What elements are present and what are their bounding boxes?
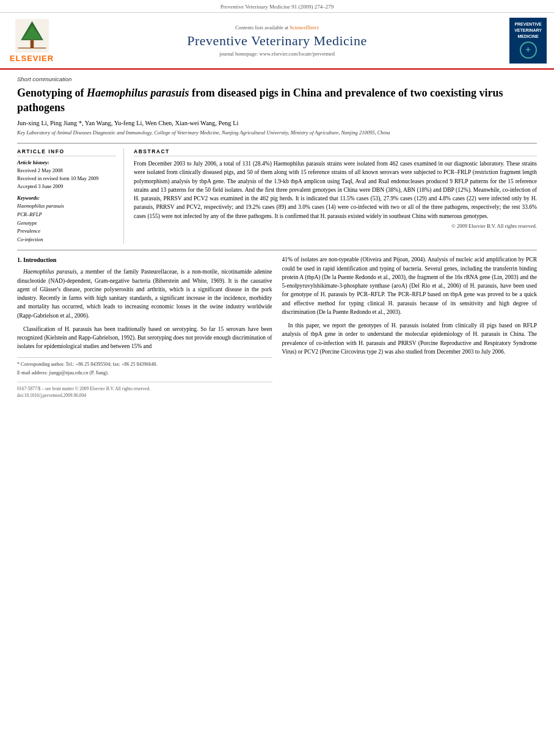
article-title: Genotyping of Haemophilus parasuis from … <box>17 86 537 115</box>
footnotes: * Corresponding author. Tel.: +86 25 843… <box>17 357 272 377</box>
accepted-date: Accepted 3 June 2009 <box>17 183 116 191</box>
authors: Jun-xing Li, Ping Jiang *, Yan Wang, Yu-… <box>17 120 537 126</box>
title-italic: Haemophilus parasuis <box>87 87 189 99</box>
copyright: © 2009 Elsevier B.V. All rights reserved… <box>134 223 537 229</box>
keyword-1: Haemophilus parasuis <box>17 202 116 211</box>
keyword-2: PCR–RFLP <box>17 211 116 219</box>
article-info-abstract: ARTICLE INFO Article history: Received 2… <box>17 143 537 244</box>
main-content: Short communication Genotyping of Haemop… <box>0 70 554 405</box>
pvm-circle-icon <box>520 42 537 59</box>
title-plain: Genotyping of <box>17 87 87 99</box>
abstract-column: ABSTRACT From December 2003 to July 2006… <box>134 148 537 244</box>
abstract-text: From December 2003 to July 2006, a total… <box>134 159 537 220</box>
sciencedirect-link[interactable]: ScienceDirect <box>290 24 319 31</box>
affiliation: Key Laboratory of Animal Diseases Diagno… <box>17 129 537 137</box>
history-label: Article history: <box>17 159 116 165</box>
keywords-label: Keywords: <box>17 195 116 201</box>
header: ELSEVIER Contents lists available at Sci… <box>0 13 554 70</box>
doi-line: doi:10.1016/j.prevetmed.2009.06.004 <box>17 392 272 399</box>
body-two-col: 1. Introduction Haemophilus parasuis, a … <box>17 255 537 399</box>
body-para-1: Haemophilus parasuis, a member of the fa… <box>17 267 272 320</box>
footnote-email: E-mail address: jiangp@njau.edu.cn (P. J… <box>17 369 272 377</box>
keyword-4: Prevalence <box>17 227 116 236</box>
header-center: Contents lists available at ScienceDirec… <box>56 24 498 57</box>
revised-date: Received in revised form 10 May 2009 <box>17 175 116 183</box>
contents-line: Contents lists available at ScienceDirec… <box>62 24 492 31</box>
journal-line: Preventive Veterinary Medicine 91 (2009)… <box>0 0 554 13</box>
svg-rect-1 <box>30 40 34 48</box>
keyword-3: Genotype <box>17 219 116 228</box>
article-info-heading: ARTICLE INFO <box>17 148 116 156</box>
bottom-bar: 0167-5877/$ – see front matter © 2009 El… <box>17 382 272 399</box>
hp-italic-1: Haemophilus parasuis <box>23 269 76 275</box>
body-col-2: 41% of isolates are non-typeable (Olivei… <box>282 255 538 399</box>
body-content: 1. Introduction Haemophilus parasuis, a … <box>17 250 537 399</box>
article-info-column: ARTICLE INFO Article history: Received 2… <box>17 148 124 244</box>
received-date: Received 2 May 2008 <box>17 167 116 175</box>
article-type: Short communication <box>17 76 537 82</box>
elsevier-wordmark: ELSEVIER <box>10 54 54 63</box>
body-para-3: 41% of isolates are non-typeable (Olivei… <box>282 255 538 316</box>
footnote-corresponding: * Corresponding author. Tel.: +86 25 843… <box>17 361 272 368</box>
article-history: Article history: Received 2 May 2008 Rec… <box>17 159 116 190</box>
journal-title: Preventive Veterinary Medicine <box>62 33 492 49</box>
journal-citation: Preventive Veterinary Medicine 91 (2009)… <box>221 4 334 10</box>
keywords-block: Keywords: Haemophilus parasuis PCR–RFLP … <box>17 195 116 244</box>
section-1-heading: 1. Introduction <box>17 255 272 264</box>
journal-homepage: journal homepage: www.elsevier.com/locat… <box>62 51 492 57</box>
body-col-1: 1. Introduction Haemophilus parasuis, a … <box>17 255 272 399</box>
body-para-2: Classification of H. parasuis has been t… <box>17 325 272 351</box>
page: Preventive Veterinary Medicine 91 (2009)… <box>0 0 554 405</box>
issn-line: 0167-5877/$ – see front matter © 2009 El… <box>17 385 272 392</box>
keyword-5: Co-infection <box>17 236 116 244</box>
journal-badge: PREVENTIVE VETERINARY MEDICINE <box>498 18 547 64</box>
elsevier-tree-icon <box>15 19 49 53</box>
body-para-4: In this paper, we report the genotypes o… <box>282 321 538 356</box>
abstract-heading: ABSTRACT <box>134 148 537 156</box>
elsevier-logo: ELSEVIER <box>7 19 56 63</box>
